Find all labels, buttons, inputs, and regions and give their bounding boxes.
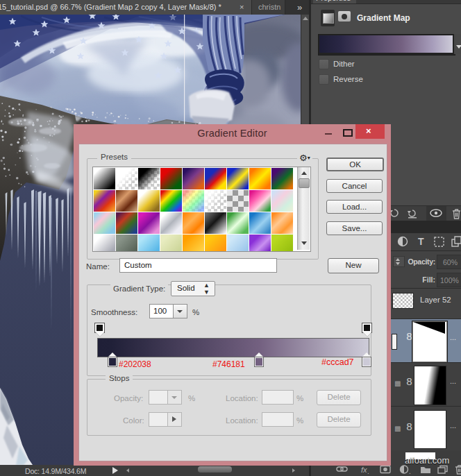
svg-text:T: T xyxy=(418,236,424,247)
svg-text:fx: fx xyxy=(361,466,367,474)
svg-text:.: . xyxy=(367,468,369,475)
svg-text:.: . xyxy=(409,468,411,475)
